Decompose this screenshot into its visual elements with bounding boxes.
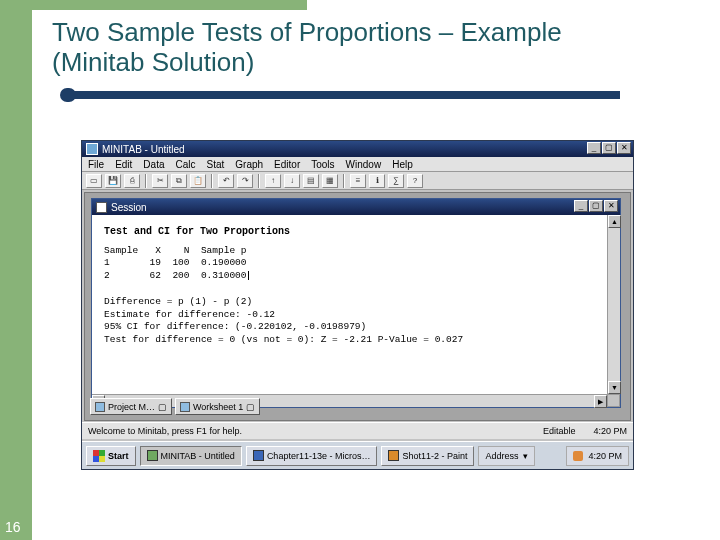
taskbar-paint-icon xyxy=(388,450,399,461)
start-button[interactable]: Start xyxy=(86,446,136,466)
tb-worksheet-icon[interactable]: ▦ xyxy=(322,174,338,188)
slide-top-stripe xyxy=(32,0,307,10)
tb-cut-icon[interactable]: ✂ xyxy=(152,174,168,188)
project-manager-icon xyxy=(95,402,105,412)
worksheet-icon xyxy=(180,402,190,412)
output-row-2: 2 62 200 0.310000 xyxy=(104,270,595,283)
tray-clock: 4:20 PM xyxy=(588,451,622,461)
taskbar-address-toolbar[interactable]: Address ▾ xyxy=(478,446,534,466)
session-title-text: Session xyxy=(111,202,147,213)
scroll-right-icon[interactable]: ▶ xyxy=(594,395,607,408)
windows-logo-icon xyxy=(93,450,105,462)
app-icon xyxy=(86,143,98,155)
output-heading: Test and CI for Two Proportions xyxy=(104,225,595,239)
menu-graph[interactable]: Graph xyxy=(235,159,263,170)
status-time: 4:20 PM xyxy=(593,426,627,436)
session-vscrollbar[interactable]: ▲ ▼ xyxy=(607,215,620,394)
menu-edit[interactable]: Edit xyxy=(115,159,132,170)
output-test-line: Test for difference = 0 (vs not = 0): Z … xyxy=(104,334,595,347)
tray-icon[interactable] xyxy=(573,451,583,461)
tb-session-icon[interactable]: ▤ xyxy=(303,174,319,188)
taskbar-minitab-icon xyxy=(147,450,158,461)
address-dropdown-icon[interactable]: ▾ xyxy=(523,451,528,461)
taskbar-minitab-label: MINITAB - Untitled xyxy=(161,451,235,461)
menu-file[interactable]: File xyxy=(88,159,104,170)
toolbar-sep3 xyxy=(258,174,260,188)
tb-arrow-down-icon[interactable]: ↓ xyxy=(284,174,300,188)
menu-calc[interactable]: Calc xyxy=(175,159,195,170)
tb-calc-icon[interactable]: ∑ xyxy=(388,174,404,188)
toolbar-sep xyxy=(145,174,147,188)
output-ci-line: 95% CI for difference: (-0.220102, -0.01… xyxy=(104,321,595,334)
taskbar-paint-label: Shot11-2 - Paint xyxy=(402,451,467,461)
taskbar-word-icon xyxy=(253,450,264,461)
tb-info-icon[interactable]: ℹ xyxy=(369,174,385,188)
scroll-up-icon[interactable]: ▲ xyxy=(608,215,621,228)
session-titlebar[interactable]: Session _ ▢ ✕ xyxy=(92,199,620,215)
taskbar-paint[interactable]: Shot11-2 - Paint xyxy=(381,446,474,466)
status-mode: Editable xyxy=(543,426,576,436)
tb-redo-icon[interactable]: ↷ xyxy=(237,174,253,188)
taskbar-address-label: Address xyxy=(485,451,518,461)
output-row-1: 1 19 100 0.190000 xyxy=(104,257,595,270)
app-titlebar[interactable]: MINITAB - Untitled _ ▢ ✕ xyxy=(82,141,633,157)
tb-graph-icon[interactable]: ≡ xyxy=(350,174,366,188)
tb-open-icon[interactable]: ▭ xyxy=(86,174,102,188)
toolbar: ▭ 💾 ⎙ ✂ ⧉ 📋 ↶ ↷ ↑ ↓ ▤ ▦ ≡ ℹ ∑ ? xyxy=(82,172,633,190)
menu-tools[interactable]: Tools xyxy=(311,159,334,170)
menu-data[interactable]: Data xyxy=(143,159,164,170)
document-icon xyxy=(96,202,107,213)
menu-bar: File Edit Data Calc Stat Graph Editor To… xyxy=(82,157,633,172)
page-number: 16 xyxy=(5,519,21,535)
text-cursor xyxy=(248,271,249,280)
menu-help[interactable]: Help xyxy=(392,159,413,170)
minimize-button[interactable]: _ xyxy=(587,142,601,154)
toolbar-sep2 xyxy=(211,174,213,188)
system-tray[interactable]: 4:20 PM xyxy=(566,446,629,466)
output-table-header: Sample X N Sample p xyxy=(104,245,595,258)
close-button[interactable]: ✕ xyxy=(617,142,631,154)
scroll-down-icon[interactable]: ▼ xyxy=(608,381,621,394)
tb-undo-icon[interactable]: ↶ xyxy=(218,174,234,188)
minimized-worksheet[interactable]: Worksheet 1 ▢ xyxy=(175,398,260,415)
min-restore-icon-2[interactable]: ▢ xyxy=(246,402,255,412)
minimized-worksheet-label: Worksheet 1 xyxy=(193,402,243,412)
tb-copy-icon[interactable]: ⧉ xyxy=(171,174,187,188)
session-minimize-button[interactable]: _ xyxy=(574,200,588,212)
maximize-button[interactable]: ▢ xyxy=(602,142,616,154)
start-label: Start xyxy=(108,451,129,461)
session-close-button[interactable]: ✕ xyxy=(604,200,618,212)
windows-taskbar: Start MINITAB - Untitled Chapter11-13e -… xyxy=(82,441,633,469)
title-underline xyxy=(60,88,620,102)
tb-paste-icon[interactable]: 📋 xyxy=(190,174,206,188)
minimized-project-label: Project M… xyxy=(108,402,155,412)
menu-window[interactable]: Window xyxy=(346,159,382,170)
session-window: Session _ ▢ ✕ Test and CI for Two Propor… xyxy=(91,198,621,408)
output-estimate-line: Estimate for difference: -0.12 xyxy=(104,309,595,322)
app-title-text: MINITAB - Untitled xyxy=(102,144,185,155)
slide-title: Two Sample Tests of Proportions – Exampl… xyxy=(52,18,652,78)
output-diff-line: Difference = p (1) - p (2) xyxy=(104,296,595,309)
mdi-client-area: Session _ ▢ ✕ Test and CI for Two Propor… xyxy=(84,192,631,421)
session-maximize-button[interactable]: ▢ xyxy=(589,200,603,212)
minimized-windows-row: Project M… ▢ Worksheet 1 ▢ xyxy=(90,398,260,415)
menu-stat[interactable]: Stat xyxy=(207,159,225,170)
scroll-corner xyxy=(607,394,620,407)
status-bar: Welcome to Minitab, press F1 for help. E… xyxy=(82,422,633,439)
taskbar-word[interactable]: Chapter11-13e - Micros… xyxy=(246,446,378,466)
menu-editor[interactable]: Editor xyxy=(274,159,300,170)
session-output[interactable]: Test and CI for Two Proportions Sample X… xyxy=(92,215,607,394)
taskbar-minitab[interactable]: MINITAB - Untitled xyxy=(140,446,242,466)
minitab-window: MINITAB - Untitled _ ▢ ✕ File Edit Data … xyxy=(81,140,634,470)
toolbar-sep4 xyxy=(343,174,345,188)
slide-side-stripe xyxy=(0,0,32,540)
tb-help-icon[interactable]: ? xyxy=(407,174,423,188)
tb-arrow-up-icon[interactable]: ↑ xyxy=(265,174,281,188)
tb-print-icon[interactable]: ⎙ xyxy=(124,174,140,188)
tb-save-icon[interactable]: 💾 xyxy=(105,174,121,188)
minimized-project-manager[interactable]: Project M… ▢ xyxy=(90,398,172,415)
status-help-text: Welcome to Minitab, press F1 for help. xyxy=(88,426,242,436)
taskbar-word-label: Chapter11-13e - Micros… xyxy=(267,451,371,461)
min-restore-icon[interactable]: ▢ xyxy=(158,402,167,412)
